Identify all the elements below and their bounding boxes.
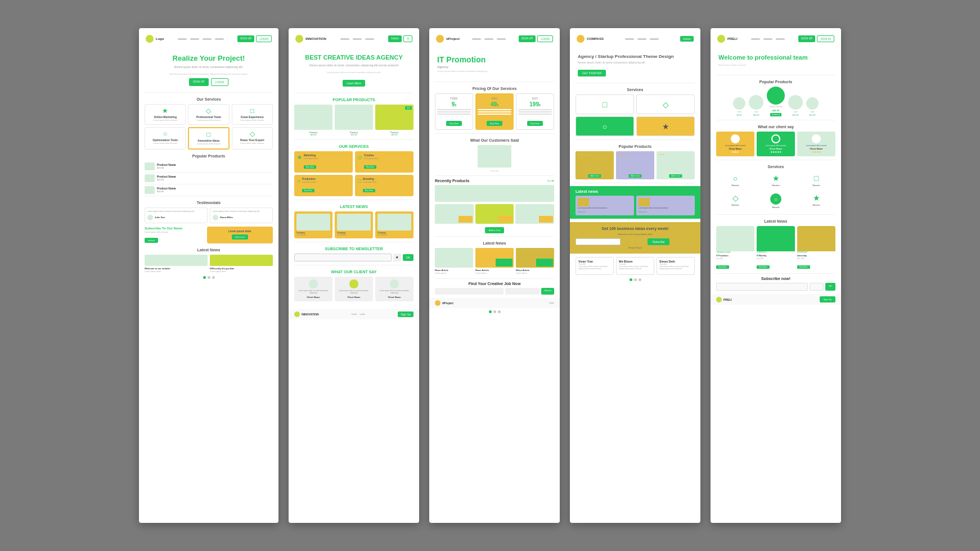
prod-add-btn[interactable]: Add to Cart: [588, 174, 601, 178]
logo-5: PRELI: [717, 35, 738, 43]
pricing-btn[interactable]: Buy Now: [527, 121, 543, 126]
card4-newsletter: Get 100 business ideas every week! Subsc…: [570, 222, 700, 254]
get-started-btn[interactable]: GET STARTED: [578, 70, 606, 76]
nav-link: [625, 38, 634, 40]
subscribe-dropdown[interactable]: ▼: [393, 254, 401, 261]
footer-dot[interactable]: [634, 278, 637, 281]
card-realize-project: Logo SIGN UP LOGIN Realize Your Project!…: [139, 28, 278, 523]
subscribe-dropdown-5[interactable]: [810, 283, 824, 291]
navbar-2: INNOVATION Action ☰: [294, 33, 413, 45]
footer-dot[interactable]: [493, 310, 496, 313]
newsletter-1: Subscribe To Our News Lorem ipsum dolor …: [145, 227, 273, 243]
footer-dot[interactable]: [630, 278, 632, 281]
products-title-5: Popular Products: [716, 80, 835, 84]
circle-green-svc: ○: [770, 193, 781, 205]
job-input[interactable]: [435, 288, 504, 295]
nav-buttons-1: SIGN UP LOGIN: [237, 35, 272, 42]
subscribe-email-input-5[interactable]: [716, 283, 808, 291]
signup-btn-1[interactable]: SIGN UP: [237, 35, 255, 42]
service-card-1: ★ Online Marketing Lorem ipsum dolor sit…: [145, 104, 186, 125]
footer-signup-btn[interactable]: Sign Up: [820, 296, 835, 302]
hero-5: Welcome to professional team Norem ipsum…: [716, 49, 835, 72]
news-thumb-gold: [475, 248, 514, 268]
add-to-cart-btn[interactable]: Add to Cart: [485, 227, 504, 233]
footer-dot[interactable]: [498, 310, 501, 313]
nav-login-3[interactable]: LOGIN: [537, 35, 553, 42]
job-select[interactable]: [505, 288, 540, 295]
news-thumb-5a: [716, 226, 754, 251]
testimonials-title-1: Testimonials: [145, 201, 273, 205]
hero-login-1[interactable]: LOGIN: [211, 78, 229, 86]
hero-signup-1[interactable]: SIGN UP: [189, 78, 209, 86]
prod-circle-group: Label $14.99: [749, 95, 763, 116]
newsletter-form: Subscribe: [576, 238, 695, 245]
nav-signup-3[interactable]: SIGN UP: [519, 35, 536, 42]
hero-title-5: Welcome to professional team: [718, 54, 833, 61]
service-btn[interactable]: Buy Now: [302, 189, 314, 192]
prod-add-btn[interactable]: Add to Cart: [628, 174, 641, 178]
news-btn[interactable]: Read More: [797, 265, 810, 269]
newsletter-email-input[interactable]: [576, 238, 621, 245]
recently-all[interactable]: See All: [547, 179, 554, 182]
service-btn[interactable]: Buy Now: [304, 165, 316, 169]
star-svc-shape: ★: [759, 174, 793, 183]
service-card-2: ◇ Professional Team Lorem ipsum dolor si…: [188, 104, 229, 125]
product-price: $29.99: [157, 166, 273, 169]
subscribe-btn-5[interactable]: OK: [825, 283, 835, 291]
plan-name: FREE: [437, 97, 471, 100]
subscribe-btn[interactable]: OK: [403, 254, 413, 261]
client-avatar: [812, 134, 821, 143]
svc-item-3: □ Service: [797, 171, 835, 189]
spacer: [294, 305, 413, 309]
footer-dot[interactable]: [639, 278, 641, 281]
prod-add-btn[interactable]: Add to Cart: [669, 174, 682, 178]
customer-avatar: [478, 145, 511, 168]
news-cat: IT MONTHLY: [757, 251, 795, 254]
subscribe-input[interactable]: [294, 254, 392, 261]
newsletter-box-btn[interactable]: Click here: [232, 234, 249, 240]
pricing-btn[interactable]: Buy Now: [446, 121, 462, 126]
diamond-svc-icon: ◇: [663, 100, 669, 109]
mf-links: Links: [549, 301, 554, 304]
prod-price: $29.99: [294, 134, 332, 136]
service-desc: Lorem ipsum dolor: [302, 181, 350, 183]
service-btn[interactable]: Buy Now: [364, 165, 376, 169]
newsletter-submit-btn[interactable]: Subscribe: [648, 238, 669, 245]
nav-action-btn-4[interactable]: Action: [680, 36, 694, 42]
news-card-1: Category Jan 01 2024: [294, 211, 332, 238]
logo-text-1: Logo: [156, 37, 164, 40]
pricing-btn[interactable]: Buy Now: [487, 121, 502, 126]
job-search-btn[interactable]: Search: [541, 288, 554, 295]
nav-action-btn[interactable]: Action: [388, 35, 402, 42]
mf-btn[interactable]: Sign Up: [398, 311, 413, 317]
mf-link[interactable]: Links: [352, 313, 357, 315]
footer-dot[interactable]: [489, 310, 492, 313]
mf-logo-text: itProject: [442, 301, 453, 305]
newsletter-btn[interactable]: submit: [145, 238, 158, 243]
prod-circle-group: Label $19.99: [788, 95, 803, 116]
card4-news-section: Latest news Lorem ipsum dolor sit amet c…: [570, 186, 700, 219]
nav-login-5[interactable]: SIGN IN: [817, 35, 834, 42]
nav-signup-5[interactable]: SIGN UP: [798, 35, 816, 42]
news-btn[interactable]: Read More: [716, 265, 729, 269]
footer-dot[interactable]: [212, 276, 215, 279]
divider: [294, 93, 413, 93]
service-desc: Lorem ipsum dolor: [364, 157, 411, 160]
learn-more-btn[interactable]: Learn More: [343, 80, 365, 87]
nav-menu-btn[interactable]: ☰: [403, 35, 412, 42]
news-btn[interactable]: Read More: [757, 265, 770, 269]
service-btn[interactable]: Buy Now: [363, 189, 375, 192]
mf-link[interactable]: Links: [359, 313, 365, 315]
news-label: IT Monthly: [757, 255, 795, 257]
mf-link[interactable]: Links: [549, 301, 554, 304]
client-stars: ★★★★: [800, 150, 833, 153]
subscribe-row-5: OK: [716, 283, 835, 291]
prod-label: Label: [754, 111, 758, 113]
diamond-icon: ◇: [190, 107, 227, 114]
news-read-more[interactable]: Read more: [578, 211, 632, 213]
client-card-green: Lorem ipsum dolor sit amet Client Name ★…: [757, 132, 795, 156]
footer-dot[interactable]: [208, 276, 210, 279]
footer-dot[interactable]: [203, 276, 206, 279]
news-read-more[interactable]: Read more: [639, 211, 693, 213]
login-btn-1[interactable]: LOGIN: [256, 35, 272, 42]
